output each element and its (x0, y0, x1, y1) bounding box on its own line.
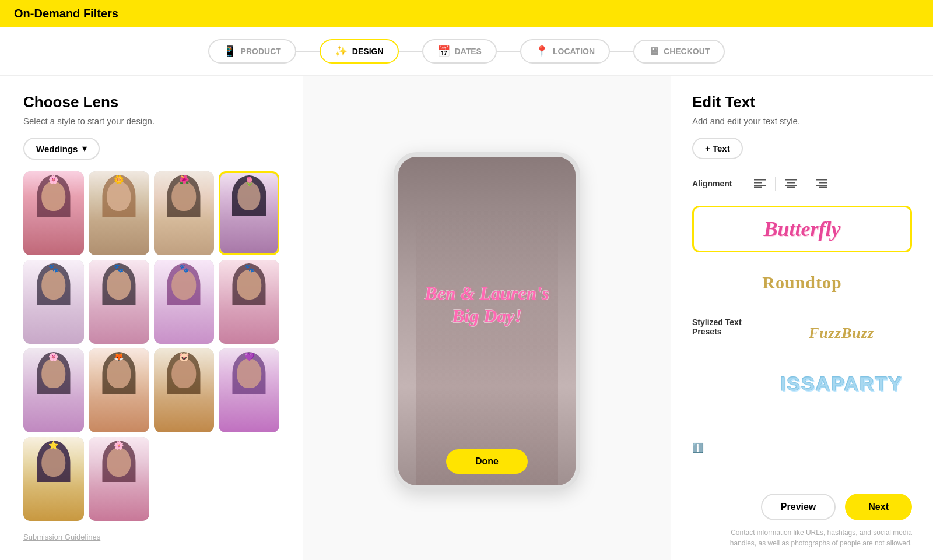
floral-decoration-3: 🌺 (179, 175, 189, 184)
step-connector-3 (497, 51, 520, 52)
lens-item-4[interactable]: 🌷 (219, 171, 279, 255)
svg-rect-4 (785, 179, 797, 181)
lens-thumb-13: ⭐ (23, 437, 84, 521)
lens-thumb-2: 🌼 (89, 171, 149, 255)
edit-text-subtitle: Add and edit your text style. (692, 116, 912, 126)
step-location-label: LOCATION (553, 47, 595, 56)
top-bar: On-Demand Filters (0, 0, 933, 27)
floral-decoration-11: 🐷 (179, 352, 189, 361)
text-style-issaparty[interactable]: ISSAPARTY (771, 363, 912, 404)
dropdown-label: Weddings (36, 144, 78, 154)
lens-thumb-4: 🌷 (220, 173, 278, 253)
location-icon: 📍 (535, 45, 548, 58)
floral-decoration-7: 🐾 (179, 263, 189, 273)
phone-preview: Ben & Lauren's Big Day! Done (394, 152, 580, 490)
next-button[interactable]: Next (845, 494, 912, 520)
lens-thumb-8: 🐾 (219, 260, 279, 344)
alignment-label: Alignment (692, 179, 745, 188)
lens-thumb-12: 💜 (219, 348, 279, 432)
svg-rect-7 (787, 187, 795, 189)
lens-thumb-7: 🐾 (154, 260, 215, 344)
step-product[interactable]: 📱 PRODUCT (208, 39, 296, 64)
checkout-icon: 🖥 (648, 45, 659, 58)
svg-rect-2 (754, 185, 766, 186)
info-row: ℹ️ (692, 433, 912, 458)
right-panel: Edit Text Add and edit your text style. … (671, 76, 933, 560)
floral-decoration-12: 💜 (244, 352, 254, 361)
lens-item-1[interactable]: 🌸 (23, 171, 84, 255)
butterfly-text-label: Butterfly (764, 217, 841, 241)
submission-guidelines-link[interactable]: Submission Guidelines (23, 533, 279, 541)
step-design-label: DESIGN (352, 47, 384, 56)
svg-rect-10 (816, 185, 827, 186)
floral-decoration-5: 🐾 (48, 263, 58, 273)
step-product-label: PRODUCT (241, 47, 281, 56)
steps-navigation: 📱 PRODUCT ✨ DESIGN 📅 DATES 📍 LOCATION 🖥 … (0, 27, 933, 76)
issaparty-text-label: ISSAPARTY (780, 372, 903, 395)
svg-rect-6 (785, 185, 797, 186)
alignment-row: Alignment (692, 173, 912, 194)
lens-thumb-1: 🌸 (23, 171, 84, 255)
align-left-button[interactable] (749, 173, 770, 194)
lens-item-6[interactable]: 🐾 (89, 260, 149, 344)
text-style-fuzzbuzz[interactable]: FuzzBuzz (771, 313, 912, 354)
preview-button[interactable]: Preview (761, 494, 836, 520)
align-center-button[interactable] (780, 173, 801, 194)
lens-item-9[interactable]: 🌸 (23, 348, 84, 432)
svg-rect-5 (787, 182, 795, 184)
choose-lens-title: Choose Lens (23, 93, 279, 111)
lens-item-5[interactable]: 🐾 (23, 260, 84, 344)
step-checkout-label: CHECKOUT (664, 47, 710, 56)
align-divider-1 (775, 177, 776, 191)
lens-item-14[interactable]: 🌸 (89, 437, 149, 521)
floral-decoration-6: 🐾 (114, 263, 124, 273)
lens-item-12[interactable]: 💜 (219, 348, 279, 432)
lens-category-dropdown[interactable]: Weddings ▾ (23, 138, 100, 160)
phone-overlay-text[interactable]: Ben & Lauren's Big Day! (411, 282, 563, 327)
lens-thumb-11: 🐷 (154, 348, 215, 432)
lens-thumb-10: 🦊 (89, 348, 149, 432)
step-location[interactable]: 📍 LOCATION (520, 39, 610, 64)
lens-item-10[interactable]: 🦊 (89, 348, 149, 432)
stylized-presets-list: FuzzBuzz ISSAPARTY (771, 313, 912, 404)
step-dates-label: DATES (455, 47, 482, 56)
floral-decoration-9: 🌸 (48, 352, 58, 361)
text-style-butterfly[interactable]: Butterfly (692, 206, 912, 252)
lens-thumb-5: 🐾 (23, 260, 84, 344)
step-connector-1 (296, 51, 320, 52)
lens-item-7[interactable]: 🐾 (154, 260, 215, 344)
lens-thumb-14: 🌸 (89, 437, 149, 521)
floral-decoration-1: 🌸 (48, 175, 58, 184)
chevron-down-icon: ▾ (82, 143, 87, 154)
center-panel: Ben & Lauren's Big Day! Done (303, 76, 671, 560)
lens-item-3[interactable]: 🌺 (154, 171, 215, 255)
edit-text-title: Edit Text (692, 93, 912, 111)
dates-icon: 📅 (437, 45, 450, 58)
align-right-button[interactable] (811, 173, 832, 194)
lens-item-2[interactable]: 🌼 (89, 171, 149, 255)
lens-thumb-6: 🐾 (89, 260, 149, 344)
lens-item-13[interactable]: ⭐ (23, 437, 84, 521)
app-title: On-Demand Filters (14, 7, 118, 20)
design-icon: ✨ (335, 45, 348, 58)
roundtop-text-label: Roundtop (762, 273, 841, 293)
svg-rect-1 (754, 182, 762, 184)
fuzzbuzz-text-label: FuzzBuzz (809, 325, 874, 342)
svg-rect-0 (754, 179, 766, 181)
step-checkout[interactable]: 🖥 CHECKOUT (633, 40, 725, 64)
add-text-button[interactable]: + Text (692, 138, 743, 159)
done-button[interactable]: Done (446, 449, 528, 474)
lens-item-8[interactable]: 🐾 (219, 260, 279, 344)
lens-item-11[interactable]: 🐷 (154, 348, 215, 432)
align-divider-2 (806, 177, 806, 191)
lens-grid: 🌸 🌼 🌺 (23, 171, 279, 521)
floral-decoration-2: 🌼 (114, 175, 124, 184)
svg-rect-11 (819, 187, 827, 189)
text-style-roundtop[interactable]: Roundtop (692, 262, 912, 304)
floral-decoration-8: 🐾 (244, 263, 254, 273)
step-dates[interactable]: 📅 DATES (422, 39, 497, 64)
choose-lens-subtitle: Select a style to start your design. (23, 116, 279, 126)
left-panel: Choose Lens Select a style to start your… (0, 76, 303, 560)
stylized-presets-section: Stylized TextPresets FuzzBuzz ISSAPARTY (692, 313, 912, 404)
step-design[interactable]: ✨ DESIGN (320, 39, 399, 64)
